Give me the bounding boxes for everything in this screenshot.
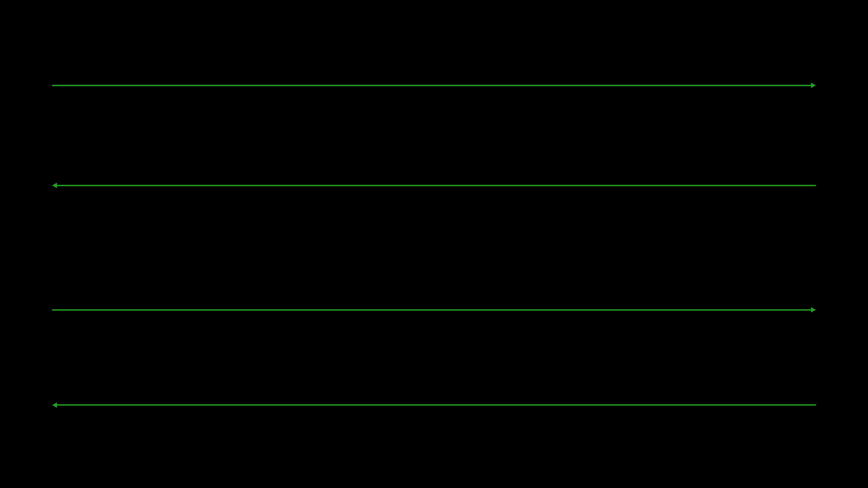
arrow-3-arrowhead-icon — [811, 307, 816, 312]
arrow-3-line — [52, 309, 811, 311]
arrow-4 — [52, 402, 816, 408]
arrow-4-arrowhead-icon — [52, 402, 57, 408]
arrow-2-arrowhead-icon — [52, 183, 57, 188]
arrow-4-line — [57, 404, 816, 405]
arrow-3 — [52, 307, 816, 313]
arrow-2-line — [57, 185, 816, 186]
arrow-1 — [52, 82, 816, 89]
arrow-1-line — [52, 85, 811, 86]
arrow-2 — [52, 182, 816, 189]
arrow-1-arrowhead-icon — [811, 83, 816, 88]
diagram-canvas — [0, 0, 868, 488]
